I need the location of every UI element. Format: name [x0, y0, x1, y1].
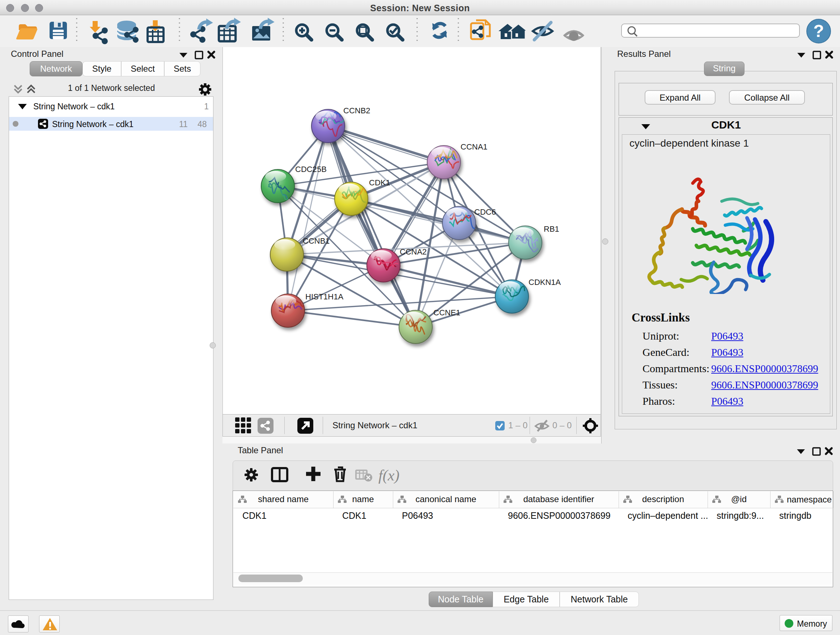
svg-text:HIST1H1A: HIST1H1A [305, 292, 343, 301]
svg-text:CCNA2: CCNA2 [400, 247, 427, 256]
svg-text:RB1: RB1 [544, 225, 559, 233]
svg-text:CCNB1: CCNB1 [303, 236, 330, 245]
svg-text:CCNE1: CCNE1 [433, 308, 461, 317]
svg-text:?: ? [813, 21, 824, 41]
svg-text:CCNB2: CCNB2 [343, 106, 370, 115]
svg-text:CDC25B: CDC25B [295, 165, 327, 174]
svg-text:f(x): f(x) [378, 467, 399, 484]
svg-text:CDK1: CDK1 [369, 178, 390, 187]
svg-text:CDKN1A: CDKN1A [529, 278, 561, 287]
svg-text:CDC6: CDC6 [474, 207, 496, 217]
svg-text:CCNA1: CCNA1 [461, 142, 488, 151]
